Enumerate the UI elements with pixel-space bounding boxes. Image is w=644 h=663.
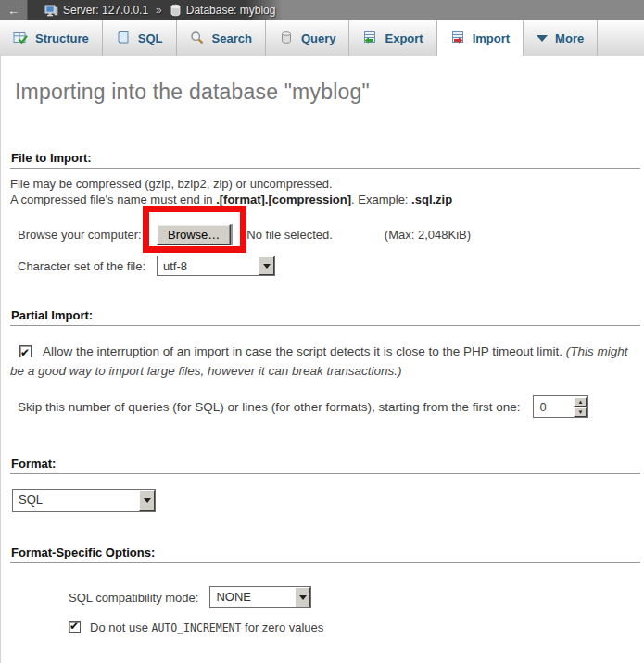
sql-compat-selected-value: NONE	[210, 587, 257, 607]
breadcrumb-bar: ← Server: 127.0.0.1 » Database: myblog	[0, 0, 644, 20]
section-heading-format-options: Format-Specific Options:	[10, 545, 640, 563]
back-arrow-icon: ←	[7, 4, 19, 18]
skip-queries-row: Skip this number of queries (for SQL) or…	[10, 395, 642, 418]
sql-icon	[116, 31, 131, 45]
database-icon	[170, 4, 182, 17]
tab-more[interactable]: More	[524, 20, 598, 56]
import-icon	[450, 31, 465, 45]
tab-sql[interactable]: SQL	[103, 20, 177, 56]
allow-interruption-label: Allow the interruption of an import in c…	[43, 344, 566, 358]
dropdown-arrow-icon	[259, 256, 274, 275]
auto-increment-row: Do not use AUTO_INCREMENT for zero value…	[10, 620, 642, 634]
chevron-down-icon	[537, 35, 548, 42]
tab-search[interactable]: Search	[177, 20, 266, 56]
skip-queries-label: Skip this number of queries (for SQL) or…	[18, 400, 520, 414]
spinner-down-icon[interactable]: ▼	[574, 407, 587, 417]
allow-interruption-checkbox[interactable]	[19, 345, 32, 357]
tab-label: Export	[385, 31, 423, 45]
tab-bar-filler	[598, 20, 644, 56]
max-size-note: (Max: 2,048KiB)	[385, 228, 471, 242]
section-heading-partial-import: Partial Import:	[10, 308, 640, 326]
dropdown-arrow-icon	[139, 490, 155, 511]
structure-icon	[13, 31, 28, 45]
tab-label: SQL	[138, 31, 163, 45]
skip-queries-value: 0	[534, 396, 573, 417]
tab-export[interactable]: Export	[349, 20, 436, 56]
sql-compat-row: SQL compatibility mode: NONE	[10, 586, 642, 608]
section-heading-format: Format:	[10, 457, 640, 474]
sql-compat-label: SQL compatibility mode:	[69, 591, 198, 605]
charset-row: Character set of the file: utf-8	[10, 256, 642, 276]
tab-label: More	[555, 31, 584, 45]
charset-label: Character set of the file:	[18, 259, 157, 273]
breadcrumb-database-link[interactable]: Database: myblog	[186, 4, 276, 17]
tab-label: Import	[473, 31, 510, 45]
search-icon	[190, 31, 205, 45]
back-button[interactable]: ←	[0, 0, 28, 20]
tab-label: Search	[212, 31, 252, 45]
main-content: Importing into the database "myblog" Fil…	[0, 56, 644, 663]
page-title: Importing into the database "myblog"	[10, 56, 642, 105]
section-heading-file-to-import: File to Import:	[10, 151, 640, 169]
charset-selected-value: utf-8	[158, 256, 193, 275]
breadcrumb-server-link[interactable]: Server: 127.0.0.1	[63, 4, 148, 17]
allow-interruption-row: Allow the interruption of an import in c…	[10, 342, 642, 381]
tab-query[interactable]: Query	[266, 20, 350, 56]
compression-help-text: File may be compressed (gzip, bzip2, zip…	[10, 177, 642, 207]
format-select[interactable]: SQL	[12, 489, 156, 512]
no-file-selected-text: No file selected.	[246, 228, 333, 242]
format-selected-value: SQL	[13, 490, 48, 511]
tab-label: Structure	[35, 31, 89, 45]
browse-button[interactable]: Browse…	[157, 224, 231, 245]
breadcrumb: Server: 127.0.0.1 » Database: myblog	[44, 4, 275, 18]
sql-compat-select[interactable]: NONE	[209, 586, 311, 608]
auto-increment-checkbox[interactable]	[69, 621, 81, 633]
query-icon	[279, 31, 294, 45]
tab-label: Query	[301, 31, 336, 45]
format-select-row: SQL	[10, 489, 642, 512]
export-icon	[362, 31, 377, 45]
breadcrumb-separator: »	[156, 4, 162, 17]
browse-label: Browse your computer:	[18, 228, 157, 242]
server-icon	[44, 4, 58, 18]
dropdown-arrow-icon	[295, 587, 310, 607]
auto-increment-label: Do not use AUTO_INCREMENT for zero value…	[90, 620, 323, 634]
browse-row: Browse your computer: Browse… No file se…	[10, 224, 642, 245]
spinner-up-icon[interactable]: ▲	[574, 397, 587, 407]
spinner-buttons: ▲ ▼	[573, 396, 587, 417]
tab-bar: Structure SQL Search Query	[0, 20, 644, 56]
tab-import[interactable]: Import	[437, 20, 524, 56]
charset-select[interactable]: utf-8	[157, 256, 275, 276]
tab-structure[interactable]: Structure	[0, 20, 103, 56]
skip-queries-input[interactable]: 0 ▲ ▼	[533, 395, 588, 418]
